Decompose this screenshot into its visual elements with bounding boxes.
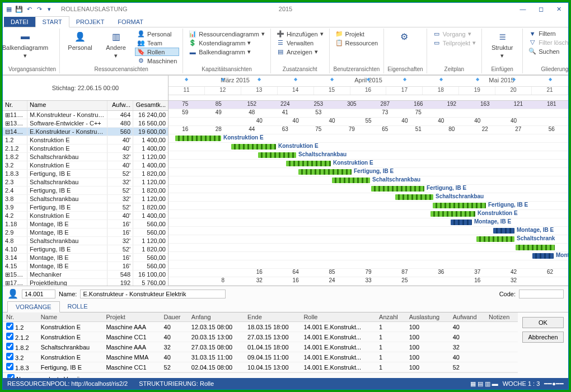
undo-icon[interactable]: ↶ xyxy=(25,5,33,13)
col-nr[interactable]: Nr. xyxy=(3,101,27,110)
gantt-row[interactable]: Schaltschrankbau xyxy=(169,193,568,202)
tab-projekt[interactable]: PROJEKT xyxy=(69,17,111,27)
tab-rolle[interactable]: ROLLE xyxy=(60,301,96,312)
list-row[interactable]: 4.15Montage, IB E16'560,00 xyxy=(3,262,168,270)
grid-col[interactable]: Rolle xyxy=(300,312,376,322)
filter-loeschen-item[interactable]: ▽Filter löschen▾ xyxy=(526,38,568,46)
col-aufwand[interactable]: Aufw... xyxy=(107,101,133,110)
gantt-row[interactable]: Fertigung, IB E xyxy=(169,185,568,193)
balkendiagramm-item[interactable]: ▬Balkendiagramm▾ xyxy=(186,48,267,56)
grid-col[interactable]: Name xyxy=(38,312,103,322)
redo-icon[interactable]: ↷ xyxy=(35,5,43,13)
gantt-bar[interactable] xyxy=(451,220,472,225)
projekt-item[interactable]: 📁Projekt xyxy=(333,30,381,38)
detail-id-field[interactable] xyxy=(22,290,55,298)
andere-button[interactable]: ▥Andere▾ xyxy=(99,30,133,59)
grid-col[interactable]: Anzahl xyxy=(376,312,406,322)
gantt-bar[interactable] xyxy=(258,152,296,158)
grid-col[interactable]: Notizen xyxy=(485,312,518,322)
gantt-bar[interactable] xyxy=(430,211,475,217)
gantt-bar[interactable] xyxy=(231,144,276,150)
gantt-bar[interactable] xyxy=(516,245,555,250)
gantt-row[interactable]: Fertigung, IB E xyxy=(169,202,568,210)
gantt-row[interactable]: Schaltschrank xyxy=(169,235,568,244)
verwalten-item[interactable]: ☰Verwalten xyxy=(274,39,326,47)
gantt-row[interactable]: Konstruktion E xyxy=(169,210,568,218)
balkendiagramm-button[interactable]: ▬Balkendiagramm▾ xyxy=(8,30,42,59)
anzeigen-item[interactable]: ▤Anzeigen▾ xyxy=(274,48,326,56)
list-row[interactable]: ⊟14.001E.Konstrukteur - Konstrukteur Ele… xyxy=(3,128,168,136)
detail-name-field[interactable] xyxy=(80,290,226,298)
gantt-row[interactable]: Fertigung, IB E xyxy=(169,168,568,176)
suchen-item[interactable]: 🔍Suchen xyxy=(526,47,568,55)
grid-col[interactable]: Anfang xyxy=(188,312,244,322)
maschinen-item[interactable]: ⚙Maschinen xyxy=(135,57,179,65)
filtern-item[interactable]: ▼Filtern xyxy=(526,30,568,38)
list-row[interactable]: ⊞11.001M.Konstrukteur - Konstrukteur Me.… xyxy=(3,111,168,119)
list-row[interactable]: 2.4Fertigung, IB E52'1 820,00 xyxy=(3,186,168,195)
ok-button[interactable]: OK xyxy=(522,317,564,328)
list-row[interactable]: 1.8.3Fertigung, IB E52'1 820,00 xyxy=(3,170,168,178)
personal-button[interactable]: 👤Personal xyxy=(63,30,97,51)
list-row[interactable]: 4.8Schaltschrankbau32'1 120,00 xyxy=(3,237,168,245)
list-row[interactable]: 1.18Montage, IB E16'560,00 xyxy=(3,220,168,228)
maximize-icon[interactable]: ◻ xyxy=(533,6,548,13)
team-item[interactable]: 👥Team xyxy=(135,39,179,47)
list-row[interactable]: 1.2Konstruktion E40'1 400,00 xyxy=(3,136,168,144)
grid-row[interactable]: 3.2Konstruktion EMaschine MMA4031.03.15 … xyxy=(3,352,518,362)
grid-col[interactable]: Nr. xyxy=(3,312,38,322)
gantt-bar[interactable] xyxy=(371,186,424,192)
gantt-row[interactable]: Montage, IB E xyxy=(169,227,568,235)
detail-code-field[interactable] xyxy=(519,290,564,298)
grid-row[interactable]: 1.2Konstruktion EMaschine AAA4012.03.15 … xyxy=(3,322,518,332)
grid-col[interactable]: Dauer xyxy=(161,312,188,322)
teilprojekt-item[interactable]: ▭Teilprojekt▾ xyxy=(430,39,479,47)
list-row[interactable]: 2.1.2Konstruktion E40'1 400,00 xyxy=(3,144,168,153)
vorgang-item[interactable]: ▭Vorgang▾ xyxy=(430,30,479,38)
grid-col[interactable]: Projekt xyxy=(102,312,160,322)
list-row[interactable]: ⊞13.001Software-Entwickler - C++48016 56… xyxy=(3,119,168,128)
list-row[interactable]: 3.8Schaltschrankbau32'1 120,00 xyxy=(3,195,168,203)
app-icon[interactable]: ▦ xyxy=(5,5,13,13)
list-row[interactable]: 4.10Fertigung, IB E52'1 820,00 xyxy=(3,245,168,254)
zoom-slider[interactable]: ━━●━━ xyxy=(544,380,564,388)
save-icon[interactable]: 💾 xyxy=(15,5,23,13)
gantt-row[interactable] xyxy=(169,260,568,269)
list-row[interactable]: ⊞17.001Projektleitung1925 760,00 xyxy=(3,279,168,286)
gantt-bar[interactable] xyxy=(433,203,486,208)
gantt-row[interactable]: Konstruktion E xyxy=(169,134,568,143)
tab-format[interactable]: FORMAT xyxy=(111,17,150,27)
view-icons[interactable]: ▦ ▤ ▥ ▬ xyxy=(470,380,498,388)
grid-row[interactable]: 1.8.3Fertigung, IB EMaschine CC15202.04.… xyxy=(3,362,518,372)
grid-row[interactable]: 2.1.2Konstruktion EMaschine CC14020.03.1… xyxy=(3,332,518,342)
col-name[interactable]: Name xyxy=(27,101,107,110)
gantt-bar[interactable] xyxy=(476,236,514,242)
gantt-row[interactable]: Schaltschrankbau xyxy=(169,176,568,185)
gantt-bar[interactable] xyxy=(493,228,514,234)
grid-col[interactable]: Aufwand xyxy=(450,312,485,322)
gantt-row[interactable]: Konstruktion E xyxy=(169,160,568,168)
personal-item[interactable]: 👤Personal xyxy=(135,30,179,38)
gantt-bar[interactable] xyxy=(175,136,221,141)
gantt-bar[interactable] xyxy=(395,194,433,200)
list-row[interactable]: 4.2Konstruktion E40'1 400,00 xyxy=(3,212,168,220)
list-row[interactable]: 3.9Fertigung, IB E52'1 820,00 xyxy=(3,203,168,212)
close-icon[interactable]: ✕ xyxy=(551,6,566,13)
cancel-button[interactable]: Abbrechen xyxy=(522,332,564,343)
gantt-bar[interactable] xyxy=(532,253,554,259)
minimize-icon[interactable]: — xyxy=(516,6,530,13)
list-row[interactable]: 2.9Montage, IB E16'560,00 xyxy=(3,228,168,237)
gantt-row[interactable]: Konstruktion E xyxy=(169,143,568,151)
list-row[interactable]: 1.8.2Schaltschrankbau32'1 120,00 xyxy=(3,153,168,161)
qat-chevron-icon[interactable]: ▾ xyxy=(45,5,53,13)
hinzufuegen-item[interactable]: ➕Hinzufügen▾ xyxy=(274,30,326,38)
gantt-bar[interactable] xyxy=(298,169,352,175)
kostendiagramm-item[interactable]: 💲Kostendiagramm▾ xyxy=(186,39,267,47)
gantt-row[interactable]: Schaltschrankbau xyxy=(169,151,568,160)
gantt-body[interactable]: 7585152224253305287166192163121181594948… xyxy=(169,101,568,286)
list-row[interactable]: 3.2Konstruktion E40'1 400,00 xyxy=(3,161,168,170)
list-body[interactable]: ⊞11.001M.Konstrukteur - Konstrukteur Me.… xyxy=(3,111,168,286)
col-gesamtkosten[interactable]: Gesamtk... xyxy=(133,101,168,110)
list-row[interactable]: 3.14Montage, IB E16'560,00 xyxy=(3,254,168,262)
ressourcendiagramm-item[interactable]: 📊Ressourcendiagramm▾ xyxy=(186,30,267,38)
